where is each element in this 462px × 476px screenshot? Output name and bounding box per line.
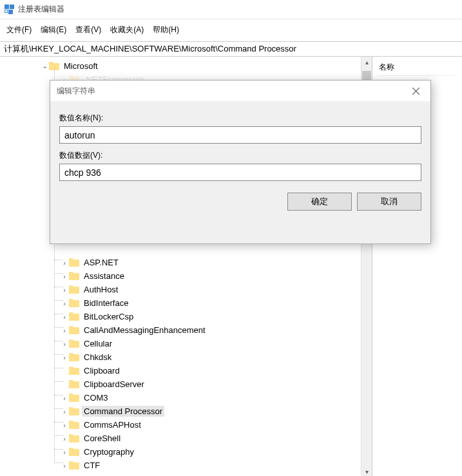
value-data-input[interactable] — [59, 164, 421, 181]
tree-row[interactable]: ›ASP.NET — [0, 256, 372, 269]
menu-view[interactable]: 查看(V) — [75, 24, 101, 35]
tree-row[interactable]: ›CTF — [0, 459, 372, 472]
cancel-button[interactable]: 取消 — [357, 193, 421, 211]
tree-row[interactable]: ›COM3 — [0, 391, 372, 405]
tree-label: Cryptography — [82, 446, 136, 457]
tree-label: ASP.NET — [82, 257, 120, 268]
dialog-title: 编辑字符串 — [57, 86, 95, 97]
tree-label: COM3 — [82, 392, 110, 403]
folder-icon — [69, 299, 79, 307]
column-header-name[interactable]: 名称 — [378, 59, 457, 76]
tree-label: Chkdsk — [82, 352, 113, 363]
folder-icon — [69, 394, 79, 402]
menu-file[interactable]: 文件(F) — [6, 24, 32, 35]
menu-edit[interactable]: 编辑(E) — [41, 24, 66, 35]
menu-favorites[interactable]: 收藏夹(A) — [110, 24, 144, 35]
folder-icon — [69, 339, 79, 348]
tree-row[interactable]: ›Chkdsk — [0, 350, 372, 364]
tree-label: BitLockerCsp — [82, 311, 135, 322]
tree-label: CommsAPHost — [82, 419, 143, 430]
tree-row[interactable]: ›CoreShell — [0, 432, 372, 445]
value-name-input[interactable] — [59, 126, 421, 144]
menu-help[interactable]: 帮助(H) — [153, 24, 179, 35]
menu-bar: 文件(F) 编辑(E) 查看(V) 收藏夹(A) 帮助(H) — [0, 22, 462, 37]
folder-icon — [69, 353, 79, 361]
folder-icon — [69, 285, 79, 294]
tree-label: Clipboard — [82, 365, 122, 376]
tree-label: AuthHost — [82, 284, 120, 295]
tree-row[interactable]: ›Cryptography — [0, 445, 372, 459]
tree-row[interactable]: ›BitLockerCsp — [0, 310, 372, 323]
folder-icon — [69, 367, 79, 375]
window-title-bar: 注册表编辑器 — [0, 0, 462, 19]
folder-icon — [69, 407, 79, 415]
tree-label: CallAndMessagingEnhancement — [82, 325, 207, 336]
regedit-icon — [4, 5, 14, 15]
tree-row[interactable]: ›CommsAPHost — [0, 418, 372, 432]
close-icon[interactable] — [401, 81, 430, 101]
tree-label: Command Processor — [82, 406, 164, 417]
scroll-up-icon[interactable]: ▴ — [361, 57, 372, 68]
tree-label: Assistance — [82, 271, 126, 281]
folder-icon — [69, 461, 79, 470]
tree-label: Cellular — [82, 338, 114, 349]
folder-icon — [69, 380, 79, 388]
folder-icon — [69, 421, 79, 429]
tree-label: ClipboardServer — [82, 379, 146, 390]
window-title: 注册表编辑器 — [18, 4, 64, 15]
address-text: 计算机\HKEY_LOCAL_MACHINE\SOFTWARE\Microsof… — [4, 43, 296, 55]
chevron-down-icon[interactable]: ⌄ — [40, 62, 49, 71]
ok-button[interactable]: 确定 — [287, 193, 352, 211]
folder-icon — [69, 312, 79, 321]
tree-row-microsoft[interactable]: ⌄Microsoft — [0, 59, 372, 73]
tree-row[interactable]: Clipboard — [0, 364, 372, 377]
value-name-label: 数值名称(N): — [59, 113, 421, 124]
tree-row[interactable]: ›Command Processor — [0, 405, 372, 418]
address-bar[interactable]: 计算机\HKEY_LOCAL_MACHINE\SOFTWARE\Microsof… — [0, 41, 462, 57]
folder-icon — [69, 326, 79, 334]
folder-icon — [69, 434, 79, 443]
folder-icon — [69, 448, 79, 456]
folder-icon — [69, 258, 79, 267]
tree-row[interactable]: ›CallAndMessagingEnhancement — [0, 323, 372, 337]
scroll-down-icon[interactable]: ▾ — [361, 466, 372, 476]
tree-label: Microsoft — [62, 61, 100, 71]
tree-row[interactable]: ›AuthHost — [0, 283, 372, 296]
tree-row[interactable]: ›Cellular — [0, 337, 372, 350]
tree-label: CTF — [82, 460, 102, 471]
tree-label: BidInterface — [82, 298, 130, 309]
tree-row[interactable]: ›BidInterface — [0, 296, 372, 310]
folder-icon — [69, 272, 79, 280]
dialog-title-bar[interactable]: 编辑字符串 — [50, 81, 430, 101]
tree-row[interactable]: ›Assistance — [0, 269, 372, 283]
value-data-label: 数值数据(V): — [59, 150, 421, 161]
tree-label: CoreShell — [82, 433, 122, 444]
tree-row[interactable]: ClipboardServer — [0, 377, 372, 391]
edit-string-dialog: 编辑字符串 数值名称(N): 数值数据(V): 确定 取消 — [50, 80, 431, 244]
